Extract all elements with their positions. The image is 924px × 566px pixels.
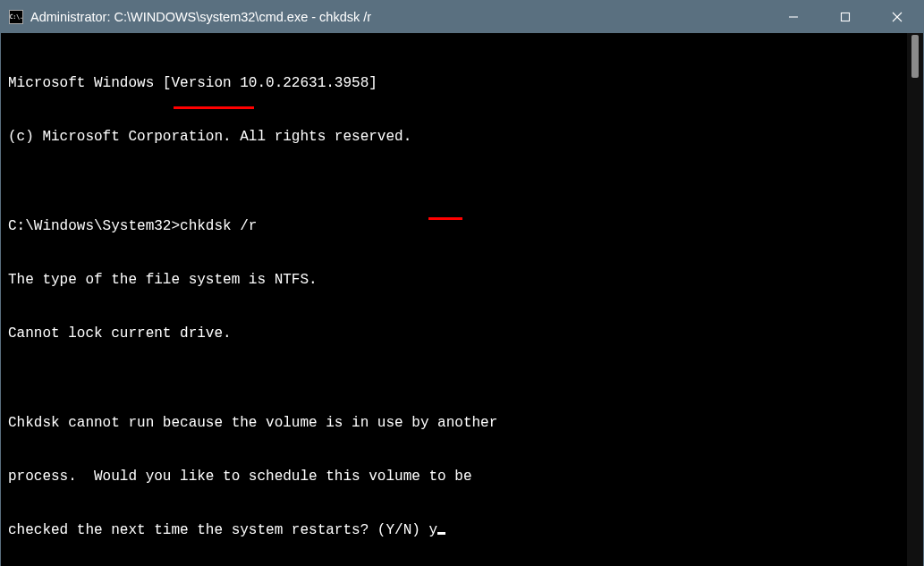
svg-rect-1 — [842, 13, 850, 21]
window-title: Administrator: C:\WINDOWS\system32\cmd.e… — [30, 10, 767, 24]
output-line: (c) Microsoft Corporation. All rights re… — [8, 128, 900, 146]
cmd-icon: C:\. — [9, 10, 23, 24]
text-cursor — [437, 532, 445, 535]
prompt: C:\Windows\System32> — [8, 218, 180, 234]
annotation-underline-command — [174, 106, 254, 109]
output-line: Chkdsk cannot run because the volume is … — [8, 414, 900, 432]
output-text: checked the next time the system restart… — [8, 522, 428, 538]
user-response: y — [428, 522, 437, 538]
cmd-icon-text: C:\. — [10, 13, 23, 21]
output-line: Microsoft Windows [Version 10.0.22631.39… — [8, 74, 900, 92]
close-button[interactable] — [871, 1, 923, 33]
client-area: Microsoft Windows [Version 10.0.22631.39… — [1, 33, 923, 566]
maximize-button[interactable] — [819, 1, 871, 33]
minimize-button[interactable] — [767, 1, 819, 33]
output-line: The type of the file system is NTFS. — [8, 271, 900, 289]
typed-command: chkdsk /r — [180, 218, 257, 234]
titlebar[interactable]: C:\. Administrator: C:\WINDOWS\system32\… — [1, 1, 923, 33]
cmd-window: C:\. Administrator: C:\WINDOWS\system32\… — [0, 0, 924, 566]
window-controls — [767, 1, 923, 33]
prompt-line: C:\Windows\System32>chkdsk /r — [8, 217, 900, 235]
minimize-icon — [788, 12, 799, 22]
maximize-icon — [840, 12, 851, 22]
output-line: process. Would you like to schedule this… — [8, 468, 900, 486]
scrollbar-thumb[interactable] — [911, 35, 919, 78]
response-line: checked the next time the system restart… — [8, 521, 900, 539]
scrollbar[interactable] — [907, 33, 923, 566]
terminal-output[interactable]: Microsoft Windows [Version 10.0.22631.39… — [1, 33, 907, 566]
output-line: Cannot lock current drive. — [8, 325, 900, 342]
close-icon — [892, 12, 903, 22]
